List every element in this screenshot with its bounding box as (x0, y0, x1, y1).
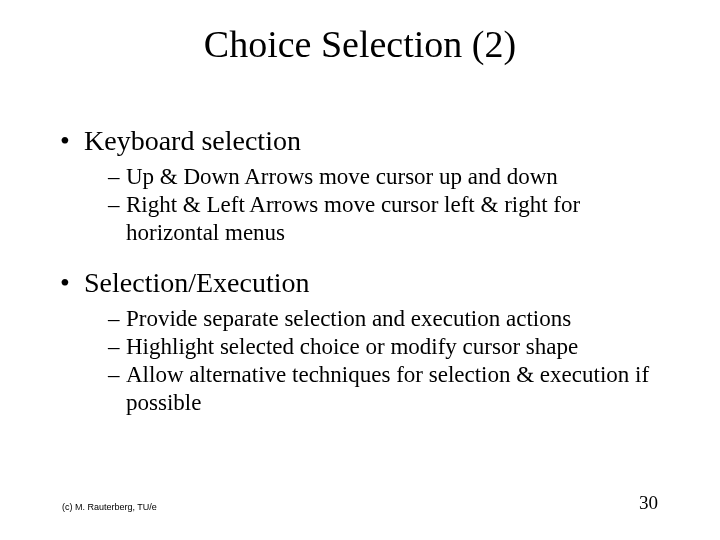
bullet-sub: – Right & Left Arrows move cursor left &… (108, 191, 670, 247)
bullet-text: Selection/Execution (84, 267, 310, 299)
dash-icon: – (108, 191, 126, 247)
slide: Choice Selection (2) • Keyboard selectio… (0, 0, 720, 540)
bullet-main: • Selection/Execution (60, 267, 670, 299)
sub-group: – Up & Down Arrows move cursor up and do… (108, 163, 670, 247)
sub-text: Up & Down Arrows move cursor up and down (126, 163, 670, 191)
sub-group: – Provide separate selection and executi… (108, 305, 670, 417)
bullet-dot-icon: • (60, 267, 84, 299)
bullet-dot-icon: • (60, 125, 84, 157)
slide-title: Choice Selection (2) (0, 22, 720, 66)
dash-icon: – (108, 305, 126, 333)
dash-icon: – (108, 163, 126, 191)
bullet-sub: – Allow alternative techniques for selec… (108, 361, 670, 417)
footer-copyright: (c) M. Rauterberg, TU/e (62, 502, 157, 512)
sub-text: Highlight selected choice or modify curs… (126, 333, 670, 361)
slide-number: 30 (639, 492, 658, 514)
dash-icon: – (108, 361, 126, 417)
sub-text: Allow alternative techniques for selecti… (126, 361, 670, 417)
bullet-main: • Keyboard selection (60, 125, 670, 157)
dash-icon: – (108, 333, 126, 361)
bullet-text: Keyboard selection (84, 125, 301, 157)
bullet-sub: – Up & Down Arrows move cursor up and do… (108, 163, 670, 191)
bullet-sub: – Provide separate selection and executi… (108, 305, 670, 333)
sub-text: Provide separate selection and execution… (126, 305, 670, 333)
bullet-sub: – Highlight selected choice or modify cu… (108, 333, 670, 361)
slide-body: • Keyboard selection – Up & Down Arrows … (60, 125, 670, 437)
sub-text: Right & Left Arrows move cursor left & r… (126, 191, 670, 247)
